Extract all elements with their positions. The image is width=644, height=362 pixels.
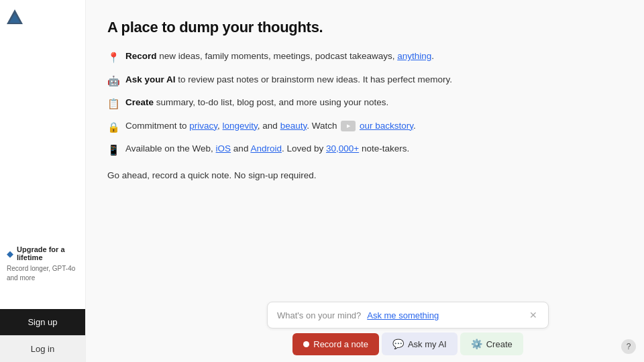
privacy-icon: 🔒: [107, 120, 120, 135]
android-link[interactable]: Android: [250, 143, 282, 154]
backstory-link[interactable]: our backstory: [360, 121, 413, 131]
create-icon: 📋: [107, 97, 120, 112]
go-ahead-text: Go ahead, record a quick note. No sign-u…: [107, 170, 623, 180]
whats-on-mind-bar: What's on your mind? Ask me something ✕: [267, 302, 549, 328]
upgrade-title: Upgrade for a lifetime: [17, 245, 78, 261]
help-button[interactable]: ?: [621, 339, 636, 354]
feature-commitment-text: Commitment to privacy, longevity, and be…: [125, 119, 416, 133]
record-note-button[interactable]: Record a note: [292, 333, 379, 355]
feature-available: 📱 Available on the Web, iOS and Android.…: [107, 142, 623, 158]
create-label: Create: [486, 339, 513, 349]
ask-ai-label: Ask my AI: [408, 339, 447, 349]
upgrade-section: ◆ Upgrade for a lifetime Record longer, …: [0, 240, 85, 288]
users-count-link[interactable]: 30,000+: [326, 143, 359, 154]
ask-ai-icon: 💬: [392, 339, 404, 349]
main-content: A place to dump your thoughts. 📍 Record …: [86, 0, 644, 362]
sidebar: ◆ Upgrade for a lifetime Record longer, …: [0, 0, 86, 362]
create-button[interactable]: ⚙️ Create: [460, 333, 523, 355]
auth-buttons: Sign up Log in: [0, 309, 85, 362]
app-logo: [5, 8, 24, 27]
feature-ask-text: Ask your AI to review past notes or brai…: [125, 73, 452, 86]
video-thumbnail: [341, 121, 356, 131]
feature-ask-ai: 🤖 Ask your AI to review past notes or br…: [107, 73, 623, 89]
record-icon: 📍: [107, 50, 120, 66]
feature-create-text: Create summary, to-do list, blog post, a…: [125, 96, 388, 109]
record-note-label: Record a note: [313, 339, 368, 349]
feature-list: 📍 Record new ideas, family moments, meet…: [107, 50, 623, 158]
help-label: ?: [627, 342, 631, 351]
ask-me-link[interactable]: Ask me something: [367, 310, 439, 320]
feature-available-text: Available on the Web, iOS and Android. L…: [125, 142, 409, 156]
feature-record-text: Record new ideas, family moments, meetin…: [125, 50, 434, 63]
longevity-link[interactable]: longevity: [223, 121, 258, 131]
whats-placeholder: What's on your mind? Ask me something: [277, 309, 439, 321]
feature-commitment: 🔒 Commitment to privacy, longevity, and …: [107, 119, 623, 135]
mobile-icon: 📱: [107, 143, 120, 158]
feature-record: 📍 Record new ideas, family moments, meet…: [107, 50, 623, 66]
close-whats-button[interactable]: ✕: [528, 310, 539, 320]
anything-link[interactable]: anything: [397, 51, 431, 61]
beauty-link[interactable]: beauty: [280, 121, 307, 131]
signup-button[interactable]: Sign up: [0, 309, 85, 335]
feature-create: 📋 Create summary, to-do list, blog post,…: [107, 96, 623, 112]
login-button[interactable]: Log in: [0, 335, 85, 362]
privacy-link[interactable]: privacy: [189, 121, 217, 131]
ios-link[interactable]: iOS: [216, 143, 231, 154]
hero-title: A place to dump your thoughts.: [107, 19, 623, 36]
upgrade-icon: ◆: [7, 249, 13, 259]
upgrade-description: Record longer, GPT-4o and more: [7, 264, 78, 283]
create-btn-icon: ⚙️: [471, 339, 482, 349]
ask-ai-button[interactable]: 💬 Ask my AI: [382, 333, 458, 355]
action-bar: Record a note 💬 Ask my AI ⚙️ Create: [292, 333, 523, 355]
bottom-bar: What's on your mind? Ask me something ✕ …: [172, 302, 644, 362]
ai-icon: 🤖: [107, 74, 120, 89]
record-dot-icon: [303, 341, 309, 347]
